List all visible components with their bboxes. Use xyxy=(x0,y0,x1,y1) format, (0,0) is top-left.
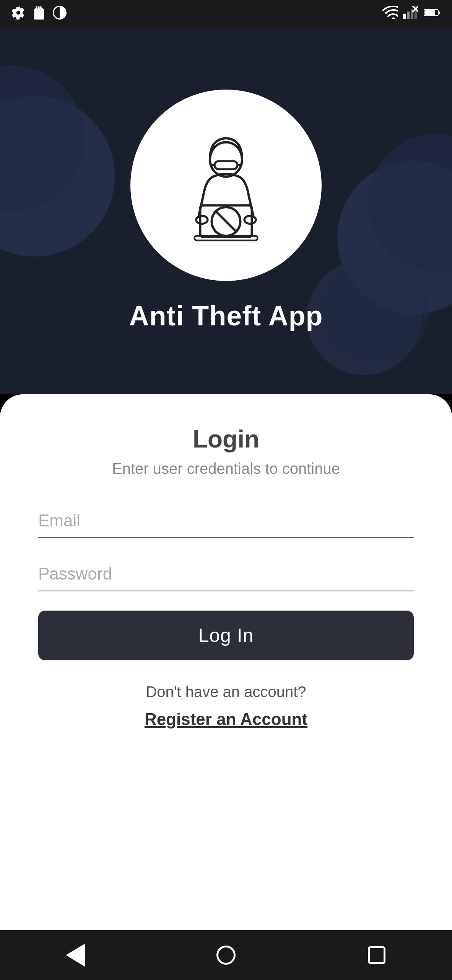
svg-rect-18 xyxy=(438,11,440,14)
antitheft-icon xyxy=(169,128,283,243)
back-icon xyxy=(66,944,85,967)
battery-icon xyxy=(424,7,441,20)
login-card: Login Enter user credentials to continue… xyxy=(0,394,452,930)
nav-bar xyxy=(0,930,452,980)
password-field[interactable] xyxy=(38,557,414,591)
status-bar-right xyxy=(382,6,441,21)
svg-rect-12 xyxy=(407,11,410,19)
svg-line-27 xyxy=(216,211,236,232)
bg-circle-6 xyxy=(322,256,429,364)
password-input-group xyxy=(38,557,414,591)
login-title: Login xyxy=(193,425,259,453)
home-button[interactable] xyxy=(211,940,241,970)
home-icon xyxy=(216,946,236,965)
email-input-group xyxy=(38,504,414,538)
sd-card-icon xyxy=(33,6,45,21)
login-form: Log In xyxy=(38,504,414,683)
gear-icon xyxy=(11,6,25,21)
svg-point-28 xyxy=(196,216,208,224)
svg-point-29 xyxy=(244,216,256,224)
login-subtitle: Enter user credentials to continue xyxy=(112,460,340,477)
svg-rect-6 xyxy=(36,6,37,9)
svg-point-20 xyxy=(210,142,242,177)
svg-rect-7 xyxy=(38,6,39,9)
back-button[interactable] xyxy=(60,940,91,970)
svg-point-10 xyxy=(392,18,395,20)
svg-rect-8 xyxy=(40,6,41,9)
brightness-icon xyxy=(53,6,67,21)
register-link[interactable]: Register an Account xyxy=(145,710,307,729)
login-button[interactable]: Log In xyxy=(38,611,414,660)
status-bar xyxy=(0,0,452,27)
signal-icon xyxy=(403,6,418,21)
svg-rect-19 xyxy=(424,10,435,15)
email-field[interactable] xyxy=(38,504,414,538)
svg-rect-21 xyxy=(215,161,237,169)
status-bar-left xyxy=(11,6,67,21)
no-account-text: Don't have an account? xyxy=(146,683,306,701)
app-logo xyxy=(130,90,322,281)
recent-button[interactable] xyxy=(361,940,392,970)
hero-section: Anti Theft App xyxy=(0,27,452,394)
svg-rect-11 xyxy=(403,14,406,19)
recent-icon xyxy=(368,946,385,964)
app-title: Anti Theft App xyxy=(129,300,323,332)
wifi-icon xyxy=(382,6,398,21)
